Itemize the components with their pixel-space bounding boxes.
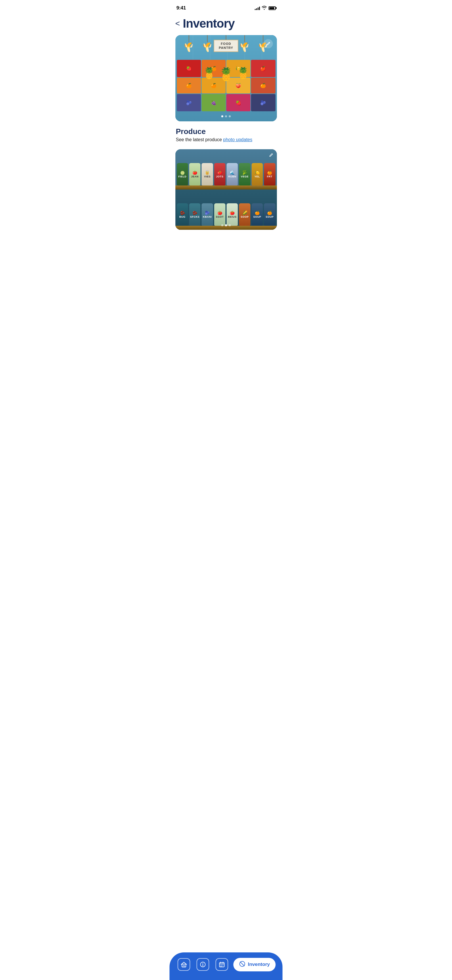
dot-1 [221,115,223,117]
signal-icon [255,6,260,10]
cans-dot-1 [221,224,223,226]
can-yel: 🍋 YEL [251,163,263,186]
cans-artwork: 🍈 FIELD 🍅 JEAN 🥫 VIES [175,149,277,230]
can-vies: 🥫 VIES [202,163,213,186]
dot-2 [225,115,227,117]
pineapples: 🍍 🍍 🍍 [202,67,250,82]
cans-dot-3 [229,224,231,226]
back-button[interactable]: < [175,19,180,28]
pantry-sign: FOODPANTRY [214,40,238,52]
can-jots: 🍅 JOTS [214,163,225,186]
produce-art: FOODPANTRY 86 150 🍌 🍌 🍌 [175,35,277,121]
produce-image-card: FOODPANTRY 86 150 🍌 🍌 🍌 [175,35,277,121]
page-title: Inventory [183,17,235,30]
produce-title: Produce [176,127,276,136]
status-bar: 9:41 [170,0,283,14]
can-soup: 🍊 SOUP [251,203,263,226]
can-kbani: 🫐 KBANI [202,203,213,226]
produce-edit-icon[interactable] [264,39,273,48]
dot-3 [229,115,231,117]
can-jean: 🍅 JEAN [189,163,201,186]
can-field: 🍈 FIELD [177,163,188,186]
can-soop: 🌽 SOOP [239,203,250,226]
shelf-plank-top [175,186,277,189]
can-rubn: 🌊 RUBN [227,163,238,186]
status-time: 9:41 [177,5,186,11]
cans-edit-icon[interactable] [268,153,274,159]
header: < Inventory [170,14,283,35]
produce-section: Produce See the latest produce photo upd… [170,126,283,143]
can-sfcks: 🫘 SFCKS [189,203,201,226]
can-sgot: 🍅 SGOT [214,203,225,226]
bottom-shelf: 🫘 BUG 🫘 SFCKS 🫐 KBANI [175,189,277,230]
can-bug: 🫘 BUG [177,203,188,226]
produce-carousel-dots [221,115,231,117]
shelf-plank-bottom [175,226,277,230]
can-vege: 🥦 VEGE [239,163,250,186]
main-content: FOODPANTRY 86 150 🍌 🍌 🍌 [170,35,283,259]
photo-updates-link[interactable]: photo updates [223,137,252,142]
status-icons [255,6,276,11]
produce-description: See the latest produce photo updates [176,137,276,142]
cans-dot-2 [225,224,227,226]
wifi-icon [262,6,267,11]
top-shelf: 🍈 FIELD 🍅 JEAN 🥫 VIES [175,149,277,189]
cans-image-card: 🍈 FIELD 🍅 JEAN 🥫 VIES [175,149,277,230]
can-soup2: 🍊 SOUP [264,203,275,226]
can-beius: 🍅 BEIUS [227,203,238,226]
can-frt: 🍊 FRT [264,163,275,186]
battery-icon [269,6,276,10]
cans-carousel-dots [221,224,231,226]
